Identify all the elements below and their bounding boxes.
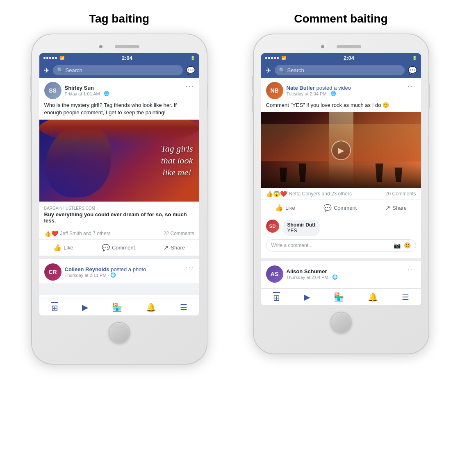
right-reactions-row: 👍😱❤️ Netta Conyers and 23 others 20 Comm…: [261, 188, 421, 200]
right-marketplace-icon: 🏪: [334, 292, 344, 302]
left-home-button[interactable]: [109, 322, 130, 343]
shirley-avatar: SS: [44, 82, 61, 99]
phone-top-bar: [39, 42, 199, 53]
comment-1-text: YES: [287, 228, 316, 233]
left-search-box[interactable]: 🔍 Search: [53, 65, 183, 75]
link-title: Buy everything you could ever dream of f…: [44, 211, 194, 224]
nav-menu[interactable]: ☰: [180, 302, 187, 313]
right-phone-top-bar: [261, 42, 421, 53]
right-comment-icon: 💬: [323, 204, 332, 212]
right-nav-notifications[interactable]: 🔔: [368, 292, 378, 303]
comment-1-author: Shomir Dutt: [287, 222, 316, 228]
left-bottom-nav: ⊞ ▶ 🏪 🔔 ☰: [39, 299, 199, 315]
right-post-2: AS Alison Schumer Thursday at 2:04 PM · …: [261, 261, 421, 285]
wifi-icon: 📶: [59, 56, 64, 60]
right-nav-marketplace[interactable]: 🏪: [334, 292, 344, 303]
right-post-2-header: AS Alison Schumer Thursday at 2:04 PM · …: [261, 261, 421, 285]
write-comment-box[interactable]: Write a comment... 📷 🙂: [266, 239, 416, 252]
camera-icon[interactable]: 📷: [394, 242, 401, 249]
left-phone: 📶 2:04 🔋 ✈ 🔍 Search 💬: [31, 34, 207, 365]
comment-section: SD Shomir Dutt YES Write a comment... 📷 …: [261, 216, 421, 258]
like-button[interactable]: 👍 Like: [48, 241, 78, 254]
right-post-2-more[interactable]: ···: [407, 265, 416, 274]
nate-name: Nate Butler posted a video: [287, 85, 351, 91]
right-nav-menu[interactable]: ☰: [402, 292, 409, 303]
write-comment-placeholder: Write a comment...: [271, 243, 312, 248]
vol-down-button[interactable]: [30, 96, 32, 112]
image-text-line1: Tag girls: [161, 143, 193, 155]
right-reaction-icons: 👍😱❤️: [266, 190, 287, 197]
alison-avatar: AS: [266, 265, 283, 283]
left-post-2-header: CR Colleen Reynolds posted a photo Thurs…: [39, 259, 199, 283]
right-share-label: Share: [392, 205, 407, 211]
nav-notifications[interactable]: 🔔: [146, 302, 156, 313]
right-search-box[interactable]: 🔍 Search: [275, 65, 405, 75]
comment-1-bubble: Shomir Dutt YES: [282, 220, 321, 236]
shirley-name: Shirley Sun: [65, 85, 109, 91]
globe-icon: 🌐: [104, 91, 109, 96]
right-search-label: Search: [287, 67, 304, 73]
comment-icon: 💬: [102, 244, 110, 252]
right-post-1-header: NB Nate Butler posted a video Tuesday at…: [261, 78, 421, 102]
left-post-1-text: Who is the mystery girl!? Tag friends wh…: [39, 102, 199, 120]
right-like-button[interactable]: 👍 Like: [270, 202, 300, 214]
right-search-icon: 🔍: [279, 67, 285, 73]
left-post-1-more[interactable]: ···: [185, 82, 194, 91]
nav-marketplace[interactable]: 🏪: [112, 302, 122, 313]
right-post-1-video[interactable]: ▶: [261, 112, 421, 188]
menu-icon: ☰: [180, 302, 187, 312]
nate-avatar: NB: [266, 82, 283, 99]
image-text-line2: that look: [161, 155, 193, 167]
right-reaction-text: Netta Conyers and 23 others: [289, 191, 352, 197]
right-power-button[interactable]: [428, 84, 430, 108]
right-status-time: 2:04: [344, 55, 354, 61]
image-text-line3: like me!: [161, 167, 193, 179]
right-vol-up-button[interactable]: [252, 75, 254, 92]
power-button[interactable]: [207, 84, 208, 108]
left-phone-bottom: [39, 315, 199, 343]
send-icon[interactable]: ✈: [43, 66, 50, 75]
comments-count: 22 Comments: [164, 231, 194, 236]
right-send-icon[interactable]: ✈: [265, 66, 271, 75]
reaction-text: Jeff Smith and 7 others: [60, 231, 111, 236]
right-fb-nav: ✈ 🔍 Search 💬: [261, 63, 421, 78]
right-front-camera-icon: [321, 45, 324, 48]
left-search-label: Search: [66, 67, 82, 73]
right-like-icon: 👍: [275, 204, 283, 212]
right-phone-bottom: [261, 305, 421, 333]
right-post-1-text: Comment "YES" if you love rock as much a…: [261, 102, 421, 112]
left-reactions-row: 👍❤️ Jeff Smith and 7 others 22 Comments: [39, 228, 199, 240]
right-share-button[interactable]: ↗ Share: [380, 202, 412, 214]
right-nav-watch[interactable]: ▶: [304, 292, 310, 303]
right-vol-down-button[interactable]: [252, 96, 254, 112]
messenger-icon[interactable]: 💬: [186, 66, 195, 75]
colleen-name: Colleen Reynolds posted a photo: [65, 266, 146, 272]
stage-lights: [261, 124, 421, 162]
emoji-icon[interactable]: 🙂: [404, 242, 411, 249]
left-post-1: SS Shirley Sun Friday at 1:01 AM · 🌐 ···: [39, 78, 199, 256]
battery-icon: 🔋: [190, 56, 195, 60]
right-comment-button[interactable]: 💬 Comment: [319, 202, 362, 214]
speaker-icon: [115, 45, 139, 48]
alison-globe-icon: 🌐: [332, 274, 338, 280]
right-like-label: Like: [285, 205, 295, 211]
share-icon: ↗: [163, 244, 169, 252]
vol-up-button[interactable]: [30, 75, 32, 92]
right-feed: NB Nate Butler posted a video Tuesday at…: [261, 78, 421, 285]
right-watch-icon: ▶: [304, 292, 310, 302]
nav-news-feed[interactable]: ⊞: [51, 302, 58, 313]
right-battery-icon: 🔋: [412, 56, 417, 60]
alison-name: Alison Schumer: [287, 268, 338, 274]
comment-button[interactable]: 💬 Comment: [97, 241, 140, 254]
right-home-button[interactable]: [330, 312, 352, 333]
signal-strength: [43, 57, 57, 59]
right-menu-icon: ☰: [402, 292, 409, 302]
reaction-icons: 👍❤️: [44, 230, 58, 237]
nav-watch[interactable]: ▶: [82, 302, 88, 313]
left-post-2-more[interactable]: ···: [185, 263, 194, 272]
like-icon: 👍: [53, 244, 61, 252]
right-nav-news-feed[interactable]: ⊞: [273, 292, 280, 303]
share-button[interactable]: ↗ Share: [158, 241, 190, 254]
right-post-1-more[interactable]: ···: [407, 82, 416, 91]
right-messenger-icon[interactable]: 💬: [408, 66, 417, 75]
